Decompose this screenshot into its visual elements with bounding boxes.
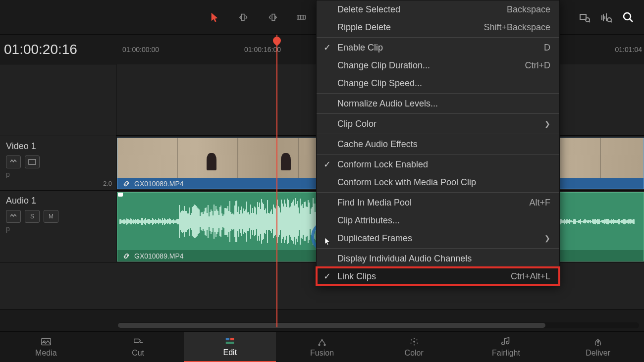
submenu-arrow-icon: ❯	[544, 120, 550, 128]
selection-tool-icon[interactable]	[208, 10, 222, 24]
edit-icon	[224, 336, 235, 346]
svg-point-14	[324, 344, 325, 346]
nav-fusion[interactable]: Fusion	[276, 332, 368, 362]
media-icon	[41, 337, 52, 347]
menu-change-speed[interactable]: Change Clip Speed...	[317, 74, 559, 92]
trim-out-tool-icon[interactable]	[266, 10, 279, 24]
svg-point-13	[319, 344, 320, 346]
nav-cut[interactable]: Cut	[92, 332, 184, 362]
audio-clip-name: GX010089.MP4	[134, 252, 184, 260]
svg-rect-8	[42, 338, 51, 345]
track-thumbnail-icon[interactable]	[25, 155, 40, 168]
menu-separator	[317, 192, 559, 193]
cut-icon	[133, 337, 144, 347]
menu-clip-color[interactable]: Clip Color ❯	[317, 115, 559, 133]
menu-clip-attributes[interactable]: Clip Attributes...	[317, 211, 559, 229]
menu-link-clips[interactable]: ✓ Link Clips Ctrl+Alt+L	[317, 267, 559, 285]
submenu-arrow-icon: ❯	[544, 234, 550, 242]
track-p: p	[6, 170, 110, 178]
nav-edit[interactable]: Edit	[184, 332, 276, 362]
svg-rect-12	[226, 341, 234, 344]
svg-point-6	[624, 13, 631, 20]
svg-rect-0	[241, 14, 244, 20]
nav-deliver[interactable]: Deliver	[552, 332, 644, 362]
menu-enable-clip[interactable]: ✓ Enable Clip D	[317, 39, 559, 56]
link-icon	[122, 252, 130, 260]
svg-point-15	[413, 341, 415, 343]
current-timecode: 01:00:20:16	[0, 42, 116, 57]
menu-delete-selected[interactable]: Delete Selected Backspace	[317, 0, 559, 18]
timeline-horizontal-scrollbar[interactable]	[118, 322, 639, 328]
nav-color[interactable]: Color	[368, 332, 460, 362]
svg-point-18	[417, 342, 418, 343]
track-p: p	[6, 225, 110, 233]
mute-button[interactable]: M	[44, 210, 58, 223]
menu-find-in-media-pool[interactable]: Find In Media Pool Alt+F	[317, 194, 559, 211]
menu-duplicated-frames[interactable]: Duplicated Frames ❯	[317, 229, 559, 247]
video-clip-name: GX010089.MP4	[134, 180, 184, 188]
audio-track-name: Audio 1	[6, 196, 110, 206]
svg-point-21	[411, 339, 412, 340]
color-icon	[409, 337, 420, 347]
audio-channels: 2.0	[103, 180, 112, 187]
track-auto-select-icon[interactable]	[6, 155, 21, 168]
zoom-out-icon[interactable]	[579, 11, 590, 23]
svg-point-16	[414, 338, 415, 339]
menu-separator	[317, 154, 559, 155]
scrollbar-thumb[interactable]	[118, 323, 545, 328]
fairlight-icon	[500, 337, 511, 347]
blade-tool-icon[interactable]	[294, 10, 308, 24]
nav-fairlight[interactable]: Fairlight	[460, 332, 552, 362]
video-track-name: Video 1	[6, 141, 110, 152]
svg-point-20	[410, 342, 411, 343]
check-icon: ✓	[323, 42, 331, 53]
link-icon	[122, 180, 130, 188]
svg-point-19	[414, 344, 415, 345]
menu-normalize-audio[interactable]: Normalize Audio Levels...	[317, 95, 559, 112]
svg-point-5	[607, 18, 611, 22]
svg-rect-10	[226, 338, 229, 340]
trim-in-tool-icon[interactable]	[237, 10, 251, 24]
menu-display-audio-channels[interactable]: Display Individual Audio Channels	[317, 250, 559, 267]
ruler-tick: 01:01:04	[615, 46, 643, 53]
ruler-tick: 01:00:16:00	[244, 46, 281, 53]
svg-rect-11	[230, 338, 234, 340]
check-icon: ✓	[323, 159, 331, 170]
solo-button[interactable]: S	[25, 210, 40, 223]
nav-media[interactable]: Media	[0, 332, 92, 362]
ruler-tick: 01:00:00:00	[122, 46, 159, 53]
svg-rect-7	[29, 159, 36, 164]
fusion-icon	[317, 337, 327, 347]
menu-ripple-delete[interactable]: Ripple Delete Shift+Backspace	[317, 18, 559, 36]
menu-separator	[317, 93, 559, 94]
svg-rect-1	[272, 14, 275, 20]
menu-conform-pool[interactable]: Conform Lock with Media Pool Clip	[317, 173, 559, 191]
audio-track-header[interactable]: 2.0 Audio 1 S M p	[0, 191, 116, 262]
svg-point-17	[416, 339, 417, 340]
menu-separator	[317, 248, 559, 249]
menu-cache-audio[interactable]: Cache Audio Effects	[317, 135, 559, 153]
menu-conform-lock[interactable]: ✓ Conform Lock Enabled	[317, 155, 559, 173]
clip-context-menu: Delete Selected Backspace Ripple Delete …	[316, 0, 560, 286]
svg-rect-2	[297, 15, 306, 19]
video-track-header[interactable]: Video 1 p	[0, 136, 116, 190]
track-auto-select-icon[interactable]	[6, 210, 21, 223]
menu-separator	[317, 134, 559, 134]
menu-change-duration[interactable]: Change Clip Duration... Ctrl+D	[317, 56, 559, 74]
workspace-nav: Media Cut Edit Fusion Color Fairlight De…	[0, 331, 644, 362]
search-icon[interactable]	[622, 11, 634, 23]
svg-rect-3	[580, 14, 586, 19]
zoom-fit-icon[interactable]	[600, 11, 612, 23]
menu-separator	[317, 37, 559, 38]
check-icon: ✓	[323, 271, 331, 282]
deliver-icon	[592, 337, 603, 347]
menu-separator	[317, 113, 559, 114]
